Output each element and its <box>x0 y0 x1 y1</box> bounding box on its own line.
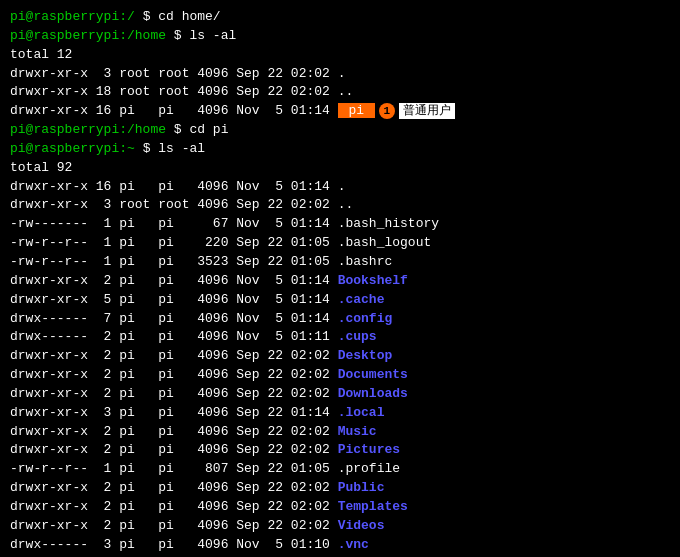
terminal-line: drwx------ 2 pi pi 4096 Nov 5 01:11 .cup… <box>10 328 670 347</box>
terminal-line: drwxr-xr-x 3 pi pi 4096 Sep 22 01:14 .lo… <box>10 404 670 423</box>
dir-bookshelf: Bookshelf <box>338 273 408 288</box>
terminal: pi@raspberrypi:/ $ cd home/ pi@raspberry… <box>10 8 670 549</box>
terminal-line: drwx------ 7 pi pi 4096 Nov 5 01:14 .con… <box>10 310 670 329</box>
terminal-line: drwxr-xr-x 2 pi pi 4096 Sep 22 02:02 Vid… <box>10 517 670 536</box>
terminal-line: pi@raspberrypi:~ $ ls -al <box>10 140 670 159</box>
terminal-line: drwxr-xr-x 2 pi pi 4096 Sep 22 02:02 Dow… <box>10 385 670 404</box>
terminal-line: drwxr-xr-x 2 pi pi 4096 Sep 22 02:02 Des… <box>10 347 670 366</box>
dir-desktop: Desktop <box>338 348 393 363</box>
terminal-line: drwxr-xr-x 18 root root 4096 Sep 22 02:0… <box>10 83 670 102</box>
terminal-line: drwxr-xr-x 2 pi pi 4096 Sep 22 02:02 Doc… <box>10 366 670 385</box>
annotation-label: 普通用户 <box>399 103 455 119</box>
dir-config: .config <box>338 311 393 326</box>
dir-downloads: Downloads <box>338 386 408 401</box>
terminal-line: total 92 <box>10 159 670 178</box>
prompt: pi@raspberrypi:/home <box>10 28 166 43</box>
dir-cache: .cache <box>338 292 385 307</box>
terminal-line: pi@raspberrypi:/home $ ls -al <box>10 27 670 46</box>
terminal-line: drwxr-xr-x 5 pi pi 4096 Nov 5 01:14 .cac… <box>10 291 670 310</box>
terminal-line: -rw------- 1 pi pi 67 Nov 5 01:14 .bash_… <box>10 215 670 234</box>
annotation-number: 1 <box>379 103 395 119</box>
prompt: pi@raspberrypi:~ <box>10 141 135 156</box>
prompt: pi@raspberrypi:/ <box>10 9 135 24</box>
terminal-line: -rw-r--r-- 1 pi pi 807 Sep 22 01:05 .pro… <box>10 460 670 479</box>
terminal-line: drwxr-xr-x 16 pi pi 4096 Nov 5 01:14 . <box>10 178 670 197</box>
dir-pictures: Pictures <box>338 442 400 457</box>
dir-templates: Templates <box>338 499 408 514</box>
terminal-line: drwx------ 3 pi pi 4096 Nov 5 01:10 .vnc <box>10 536 670 555</box>
terminal-line: total 12 <box>10 46 670 65</box>
dir-local: .local <box>338 405 385 420</box>
terminal-line: -rw-r--r-- 1 pi pi 3523 Sep 22 01:05 .ba… <box>10 253 670 272</box>
terminal-line: drwxr-xr-x 2 pi pi 4096 Sep 22 02:02 Pub… <box>10 479 670 498</box>
terminal-line: drwxr-xr-x 3 root root 4096 Sep 22 02:02… <box>10 65 670 84</box>
terminal-line: pi@raspberrypi:/home $ cd pi <box>10 121 670 140</box>
dir-videos: Videos <box>338 518 385 533</box>
dir-cups: .cups <box>338 329 377 344</box>
terminal-line: drwxr-xr-x 2 pi pi 4096 Nov 5 01:14 Book… <box>10 272 670 291</box>
highlighted-pi: pi <box>338 103 375 118</box>
dir-music: Music <box>338 424 377 439</box>
dir-vnc: .vnc <box>338 537 369 552</box>
terminal-line: -rw-r--r-- 1 pi pi 220 Sep 22 01:05 .bas… <box>10 234 670 253</box>
terminal-line: pi@raspberrypi:/ $ cd home/ <box>10 8 670 27</box>
terminal-line: drwxr-xr-x 2 pi pi 4096 Sep 22 02:02 Mus… <box>10 423 670 442</box>
prompt: pi@raspberrypi:/home <box>10 122 166 137</box>
terminal-line: drwxr-xr-x 2 pi pi 4096 Sep 22 02:02 Tem… <box>10 498 670 517</box>
dir-public: Public <box>338 480 385 495</box>
terminal-line: drwxr-xr-x 2 pi pi 4096 Sep 22 02:02 Pic… <box>10 441 670 460</box>
dir-documents: Documents <box>338 367 408 382</box>
terminal-line: drwxr-xr-x 3 root root 4096 Sep 22 02:02… <box>10 196 670 215</box>
terminal-line-pi: drwxr-xr-x 16 pi pi 4096 Nov 5 01:14 pi … <box>10 102 670 121</box>
